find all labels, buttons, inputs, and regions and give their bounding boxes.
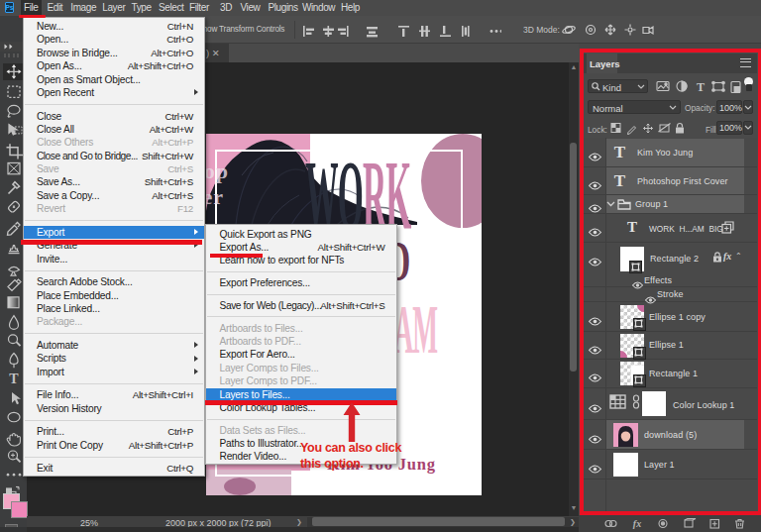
svg-text:T: T bbox=[9, 372, 19, 386]
svg-text:fx: fx bbox=[633, 518, 641, 529]
